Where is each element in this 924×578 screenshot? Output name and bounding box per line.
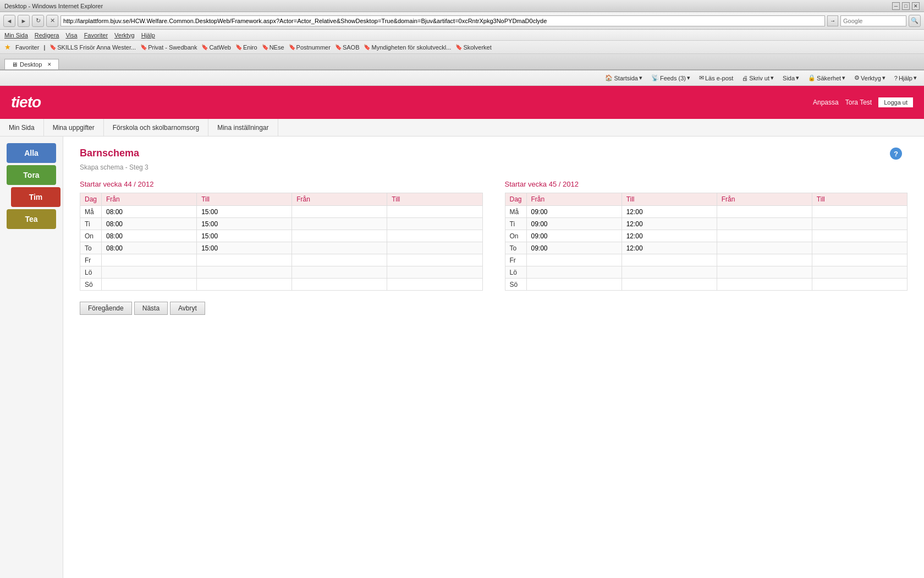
stop-btn[interactable]: ✕: [46, 15, 58, 27]
restore-btn[interactable]: □: [902, 2, 910, 10]
fran2-cell[interactable]: [717, 254, 812, 266]
till2-cell[interactable]: [812, 266, 907, 279]
fran1-cell[interactable]: [102, 254, 197, 266]
fran2-cell[interactable]: [292, 206, 387, 218]
fran2-cell[interactable]: [717, 266, 812, 279]
till1-cell[interactable]: [622, 279, 717, 291]
till1-cell[interactable]: [197, 206, 292, 218]
forward-btn[interactable]: ►: [18, 15, 30, 27]
avbryt-button[interactable]: Avbryt: [170, 302, 205, 315]
back-btn[interactable]: ◄: [3, 15, 15, 27]
logout-button[interactable]: Logga ut: [878, 97, 913, 107]
fran1-cell[interactable]: [526, 230, 622, 242]
window-controls[interactable]: ─ □ ✕: [892, 2, 920, 10]
till2-cell[interactable]: [387, 218, 482, 230]
fran1-cell[interactable]: [526, 254, 622, 266]
fran1-cell[interactable]: [102, 242, 197, 254]
favorites-label[interactable]: Favoriter: [15, 44, 39, 51]
till1-cell[interactable]: [197, 279, 292, 291]
fran1-cell[interactable]: [102, 266, 197, 279]
till2-cell[interactable]: [812, 242, 907, 254]
till1-cell[interactable]: [622, 242, 717, 254]
fav-eniro[interactable]: 🔖 Eniro: [235, 44, 257, 51]
sidebar-btn-tora[interactable]: Tora: [7, 165, 56, 185]
fran2-cell[interactable]: [717, 242, 812, 254]
sidebar-btn-tim[interactable]: Tim: [11, 187, 61, 207]
tab-close-icon[interactable]: ✕: [47, 62, 52, 67]
nav-min-sida[interactable]: Min Sida: [0, 119, 44, 136]
fran1-cell[interactable]: [526, 279, 622, 291]
nav-forskola[interactable]: Förskola och skolbarnomsorg: [104, 119, 208, 136]
nasta-button[interactable]: Nästa: [134, 302, 168, 315]
till1-cell[interactable]: [622, 206, 717, 218]
fran1-cell[interactable]: [102, 279, 197, 291]
fav-skills[interactable]: 🔖 SKILLS Frisör Anna Wester...: [50, 44, 136, 51]
go-btn[interactable]: →: [827, 15, 838, 26]
menu-favoriter[interactable]: Favoriter: [84, 32, 108, 39]
fran2-cell[interactable]: [292, 218, 387, 230]
sidebar-btn-alla[interactable]: Alla: [7, 143, 56, 163]
till2-cell[interactable]: [812, 218, 907, 230]
tab-desktop[interactable]: 🖥 Desktop ✕: [4, 59, 59, 69]
fran1-cell[interactable]: [526, 266, 622, 279]
till2-cell[interactable]: [387, 279, 482, 291]
fran2-cell[interactable]: [717, 279, 812, 291]
fran2-cell[interactable]: [717, 218, 812, 230]
fran1-cell[interactable]: [526, 242, 622, 254]
fran2-cell[interactable]: [292, 266, 387, 279]
fav-postnummer[interactable]: 🔖 Postnummer: [289, 44, 331, 51]
fran1-cell[interactable]: [526, 206, 622, 218]
fran1-cell[interactable]: [102, 230, 197, 242]
fran2-cell[interactable]: [292, 230, 387, 242]
till2-cell[interactable]: [387, 230, 482, 242]
nav-mina-installningar[interactable]: Mina inställningar: [208, 119, 278, 136]
fav-nese[interactable]: 🔖 NEse: [262, 44, 284, 51]
sakerhet-btn[interactable]: 🔒 Säkerhet ▾: [805, 73, 848, 83]
fran2-cell[interactable]: [292, 254, 387, 266]
till1-cell[interactable]: [197, 218, 292, 230]
till1-cell[interactable]: [197, 242, 292, 254]
till2-cell[interactable]: [387, 206, 482, 218]
anpassa-link[interactable]: Anpassa: [813, 99, 839, 106]
fav-myndigheten[interactable]: 🔖 Myndigheten för skolutveckl...: [364, 44, 451, 51]
till2-cell[interactable]: [812, 206, 907, 218]
menu-arkiv[interactable]: Min Sida: [4, 32, 28, 39]
till2-cell[interactable]: [812, 254, 907, 266]
till1-cell[interactable]: [622, 218, 717, 230]
search-box[interactable]: [840, 15, 906, 26]
sida-btn[interactable]: Sida ▾: [780, 73, 802, 83]
feeds-btn[interactable]: 📡 Feeds (3) ▾: [648, 73, 693, 83]
close-btn[interactable]: ✕: [912, 2, 920, 10]
till1-cell[interactable]: [622, 230, 717, 242]
menu-redigera[interactable]: Redigera: [35, 32, 59, 39]
fran2-cell[interactable]: [292, 279, 387, 291]
refresh-btn[interactable]: ↻: [32, 15, 44, 27]
hjalp-btn[interactable]: ? Hjälp ▾: [892, 73, 920, 83]
till1-cell[interactable]: [197, 254, 292, 266]
till2-cell[interactable]: [387, 242, 482, 254]
menu-verktyg[interactable]: Verktyg: [114, 32, 135, 39]
nav-mina-uppgifter[interactable]: Mina uppgifter: [44, 119, 104, 136]
fran2-cell[interactable]: [292, 242, 387, 254]
fav-swedbank[interactable]: 🔖 Privat - Swedbank: [140, 44, 197, 51]
fav-skolverket[interactable]: 🔖 Skolverket: [455, 44, 491, 51]
till2-cell[interactable]: [812, 279, 907, 291]
till2-cell[interactable]: [387, 254, 482, 266]
fran1-cell[interactable]: [102, 206, 197, 218]
startsida-btn[interactable]: 🏠 Startsida ▾: [602, 73, 645, 83]
fran1-cell[interactable]: [526, 218, 622, 230]
minimize-btn[interactable]: ─: [892, 2, 900, 10]
till1-cell[interactable]: [197, 230, 292, 242]
till1-cell[interactable]: [622, 254, 717, 266]
verktyg-btn[interactable]: ⚙ Verktyg ▾: [851, 73, 888, 83]
fran1-cell[interactable]: [102, 218, 197, 230]
help-icon[interactable]: ?: [890, 148, 902, 160]
menu-hjalp[interactable]: Hjälp: [141, 32, 155, 39]
fav-saob[interactable]: 🔖 SAOB: [335, 44, 360, 51]
menu-visa[interactable]: Visa: [65, 32, 77, 39]
till1-cell[interactable]: [622, 266, 717, 279]
sidebar-btn-tea[interactable]: Tea: [7, 209, 56, 229]
till2-cell[interactable]: [387, 266, 482, 279]
skriv-ut-btn[interactable]: 🖨 Skriv ut ▾: [739, 73, 777, 83]
las-epost-btn[interactable]: ✉ Läs e-post: [696, 73, 736, 83]
